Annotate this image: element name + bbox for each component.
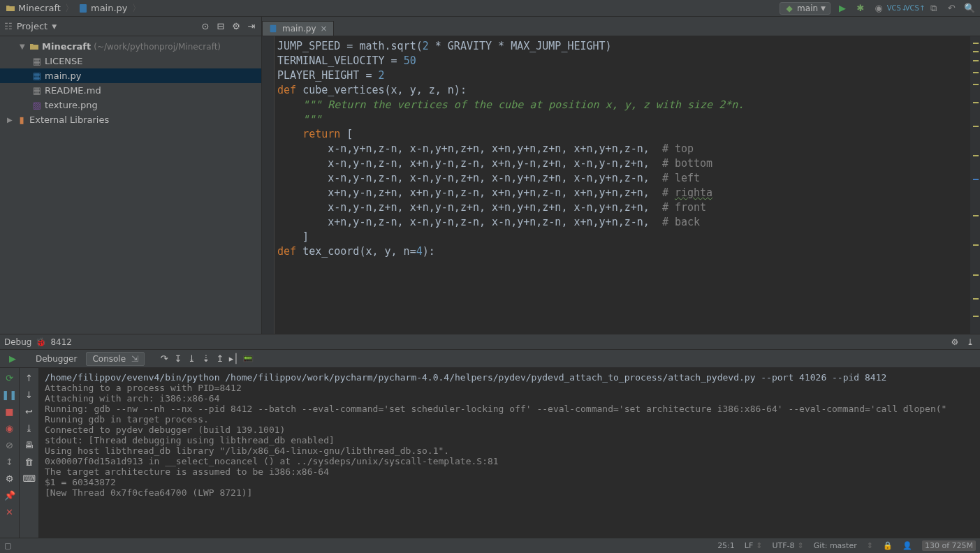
view-breakpoints-button[interactable]: ◉: [4, 422, 15, 434]
tree-external-label: External Libraries: [29, 115, 109, 125]
editor-gutter[interactable]: [262, 36, 275, 334]
up-stack-button[interactable]: ↑: [24, 372, 35, 383]
inspections-icon[interactable]: 👤: [902, 541, 912, 550]
breadcrumb-project[interactable]: Minecraft: [4, 3, 62, 13]
chevron-down-icon[interactable]: ▼: [20, 43, 27, 50]
scroll-to-end-button[interactable]: ⤓: [24, 422, 35, 434]
run-button[interactable]: ▶: [836, 2, 849, 15]
git-menu-icon[interactable]: ⇕: [867, 541, 873, 550]
debug-toolbar: ▶ Debugger Console ⇲ ↷ ↧ ⤓ ⇣ ↥ ▸│ 📟: [0, 350, 980, 368]
tree-item-label: README.md: [45, 85, 101, 96]
file-encoding[interactable]: UTF-8 ⇕: [773, 541, 804, 550]
chevron-down-icon[interactable]: ▼: [52, 23, 57, 30]
settings-gear-icon[interactable]: ⚙: [231, 21, 242, 32]
vcs-update-button[interactable]: VCS↓: [891, 2, 903, 15]
close-button[interactable]: ✕: [4, 506, 15, 517]
scroll-from-source-button[interactable]: ⊙: [200, 21, 211, 32]
main-split: ☷ Project ▼ ⊙ ⊟ ⚙ ⇥ ▼ Minecraft (~/work/…: [0, 17, 980, 334]
vcs-commit-button[interactable]: VCS↑: [909, 2, 921, 15]
show-python-prompt-button[interactable]: ⌨: [24, 473, 35, 484]
tree-root-path: (~/work/pythonproj/Minecraft): [94, 42, 221, 52]
search-everywhere-button[interactable]: 🔍: [963, 2, 976, 15]
breadcrumb-file[interactable]: main.py: [77, 3, 129, 13]
project-tool-icon: ☷: [4, 21, 13, 31]
tree-root[interactable]: ▼ Minecraft (~/work/pythonproj/Minecraft…: [0, 39, 261, 54]
breadcrumb-file-label: main.py: [91, 3, 128, 13]
editor-tabbar: main.py ×: [262, 17, 980, 36]
soft-wrap-button[interactable]: ↩: [24, 406, 35, 417]
pin-tab-button[interactable]: 📌: [4, 489, 15, 501]
settings-gear-icon[interactable]: ⚙: [949, 337, 960, 348]
mute-breakpoints-button[interactable]: ⊘: [4, 439, 15, 450]
tree-item-label: texture.png: [45, 100, 98, 110]
folder-icon: [6, 3, 15, 13]
console-tab[interactable]: Console ⇲: [86, 352, 145, 366]
resume-button[interactable]: ▶: [7, 353, 18, 364]
code-editor[interactable]: JUMP_SPEED = math.sqrt(2 * GRAVITY * MAX…: [275, 36, 970, 334]
down-stack-button[interactable]: ↓: [24, 389, 35, 400]
step-into-button[interactable]: ↧: [173, 353, 184, 364]
run-configuration-selector[interactable]: ◆ main ▼: [780, 2, 831, 15]
console-output[interactable]: /home/filippov/evenv4/bin/python /home/f…: [39, 368, 980, 538]
run-to-cursor-button[interactable]: ▸│: [228, 353, 240, 364]
vcs-history-button[interactable]: ⧉: [927, 2, 939, 15]
editor-pane: main.py × JUMP_SPEED = math.sqrt(2 * GRA…: [262, 17, 980, 334]
debug-tool-window: Debug 🐞 8412 ⚙ ⤓ ▶ Debugger Console ⇲ ↷ …: [0, 334, 980, 538]
line-separator[interactable]: LF ⇕: [745, 541, 763, 550]
project-sidebar: ☷ Project ▼ ⊙ ⊟ ⚙ ⇥ ▼ Minecraft (~/work/…: [0, 17, 262, 334]
libraries-icon: ▮: [17, 115, 27, 125]
step-out-button[interactable]: ↥: [214, 353, 226, 364]
python-file-icon: [78, 3, 88, 13]
tree-item[interactable]: ▦LICENSE: [0, 54, 261, 68]
project-tree[interactable]: ▼ Minecraft (~/work/pythonproj/Minecraft…: [0, 36, 261, 130]
bug-icon: 🐞: [36, 337, 46, 347]
caret-position[interactable]: 25:1: [717, 541, 735, 550]
evaluate-expression-button[interactable]: 📟: [242, 353, 254, 364]
debugger-tab[interactable]: Debugger: [29, 352, 83, 366]
file-icon: ▦: [32, 71, 42, 81]
hide-tool-window-button[interactable]: ⇥: [246, 21, 257, 32]
editor-tab[interactable]: main.py ×: [262, 21, 334, 36]
lock-icon[interactable]: 🔒: [883, 541, 893, 550]
debug-left-rail: ⟳ ❚❚ ■ ◉ ⊘ ↕ ⚙ 📌 ✕: [0, 368, 20, 538]
hide-tool-window-button[interactable]: ⤓: [965, 337, 976, 348]
tree-item-label: main.py: [45, 71, 82, 81]
settings-gear-icon[interactable]: ⚙: [4, 473, 15, 484]
clear-all-button[interactable]: 🗑: [24, 456, 35, 467]
print-button[interactable]: 🖶: [24, 439, 35, 450]
debug-title-label: Debug: [4, 337, 31, 347]
close-tab-icon[interactable]: ×: [321, 24, 328, 34]
navigation-bar: Minecraft 〉 main.py 〉 ◆ main ▼ ▶ ✱ ◉ VCS…: [0, 0, 980, 17]
tool-window-quick-access-icon[interactable]: ▢: [4, 541, 11, 550]
show-execution-point-button[interactable]: ↕: [4, 456, 15, 467]
memory-indicator[interactable]: 130 of 725M: [922, 540, 976, 551]
force-step-into-button[interactable]: ⇣: [200, 353, 212, 364]
debug-button[interactable]: ✱: [854, 2, 867, 15]
git-branch[interactable]: Git: master: [814, 541, 857, 550]
collapse-all-button[interactable]: ⊟: [215, 21, 226, 32]
editor-tab-label: main.py: [282, 24, 316, 34]
console-rail: ↑ ↓ ↩ ⤓ 🖶 🗑 ⌨: [20, 368, 39, 538]
step-into-my-code-button[interactable]: ⤓: [187, 353, 198, 364]
error-stripe[interactable]: [970, 36, 980, 334]
editor-body: JUMP_SPEED = math.sqrt(2 * GRAVITY * MAX…: [262, 36, 980, 334]
chevron-right-icon[interactable]: ▶: [7, 116, 14, 124]
stop-button[interactable]: ■: [4, 406, 15, 417]
file-icon: ▦: [32, 57, 42, 66]
step-over-button[interactable]: ↷: [159, 353, 170, 364]
chevron-down-icon: ▼: [821, 5, 826, 12]
breadcrumb-sep-icon: 〉: [132, 2, 141, 15]
pin-icon: ⇲: [131, 354, 138, 364]
tree-item[interactable]: ▦README.md: [0, 83, 261, 98]
undo-button[interactable]: ↶: [945, 2, 958, 15]
rerun-button[interactable]: ⟳: [4, 372, 15, 383]
sidebar-title-label: Project: [17, 21, 47, 31]
debug-titlebar: Debug 🐞 8412 ⚙ ⤓: [0, 334, 980, 350]
tree-item[interactable]: ▦main.py: [0, 68, 261, 83]
breadcrumb: Minecraft 〉 main.py 〉: [4, 2, 780, 15]
tree-item[interactable]: ▨texture.png: [0, 98, 261, 112]
coverage-button[interactable]: ◉: [872, 2, 885, 15]
tree-external-libs[interactable]: ▶ ▮ External Libraries: [0, 112, 261, 127]
debug-pid-label: 8412: [50, 337, 72, 347]
pause-button[interactable]: ❚❚: [4, 389, 15, 400]
